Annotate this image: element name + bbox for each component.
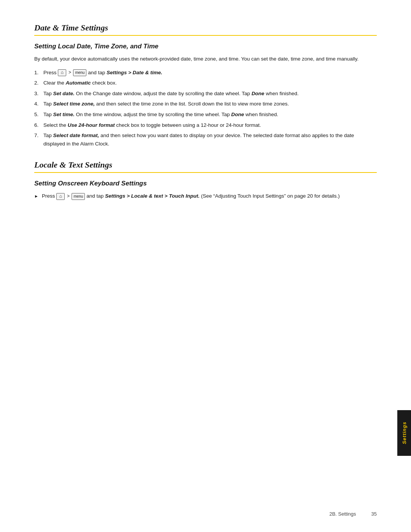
keyboard-bullet: ► Press ⌂ > menu and tap Settings > Loca… [34, 192, 377, 200]
step-3-setdate: Set date. [53, 91, 75, 96]
step-7: 7. Tap Select date format, and then sele… [34, 131, 377, 148]
subsection-date-time: Setting Local Date, Time Zone, and Time … [34, 43, 377, 148]
steps-list: 1. Press ⌂ > menu and tap Settings > Dat… [34, 69, 377, 148]
arrow-1: > [68, 70, 72, 75]
side-tab-label: Settings [401, 422, 407, 444]
home-key: ⌂ [58, 69, 66, 76]
footer: 2B. Settings 35 [0, 511, 411, 517]
step-1-and-tap: and tap [88, 70, 107, 75]
step-2: 2. Clear the Automatic check box. [34, 79, 377, 87]
step-5-content: Tap Set time. On the time window, adjust… [43, 110, 377, 119]
bullet-and-tap: and tap [86, 193, 105, 199]
subsection-title-keyboard: Setting Onscreen Keyboard Settings [34, 180, 377, 187]
step-6-content: Select the Use 24-hour format check box … [43, 121, 377, 129]
step-5: 5. Tap Set time. On the time window, adj… [34, 110, 377, 119]
step-1-content: Press ⌂ > menu and tap Settings > Date &… [43, 69, 377, 77]
step-1-press: Press [43, 70, 58, 75]
step-6: 6. Select the Use 24-hour format check b… [34, 121, 377, 129]
step-7-content: Tap Select date format, and then select … [43, 131, 377, 148]
page-content: Date & Time Settings Setting Local Date,… [0, 0, 411, 231]
step-4: 4. Tap Select time zone, and then select… [34, 100, 377, 108]
intro-text: By default, your device automatically us… [34, 55, 377, 63]
step-5-settime: Set time. [53, 112, 75, 117]
step-6-num: 6. [34, 121, 41, 129]
section-title-locale: Locale & Text Settings [34, 160, 377, 173]
menu-key-2: menu [72, 193, 85, 200]
bullet-press: Press [42, 193, 56, 199]
step-3-done: Done [252, 91, 264, 96]
arrow-2: > [67, 193, 71, 199]
home-key-2: ⌂ [56, 193, 65, 200]
step-4-content: Tap Select time zone, and then select th… [43, 100, 377, 108]
step-3: 3. Tap Set date. On the Change date wind… [34, 89, 377, 98]
bullet-triangle-icon: ► [34, 193, 39, 200]
footer-page: 35 [371, 511, 377, 517]
step-5-num: 5. [34, 110, 41, 119]
home-icon: ⌂ [61, 69, 64, 76]
section-locale-text: Locale & Text Settings Setting Onscreen … [34, 160, 377, 200]
bullet-path: Settings > Locale & text > Touch Input. [105, 193, 200, 199]
step-3-num: 3. [34, 89, 41, 98]
step-6-24hr: Use 24-hour format [68, 122, 115, 128]
footer-section: 2B. Settings [329, 511, 356, 517]
step-4-num: 4. [34, 100, 41, 108]
step-2-auto: Automatic [66, 80, 91, 86]
step-1-path: Settings > Date & time. [107, 70, 162, 75]
keyboard-bullet-content: Press ⌂ > menu and tap Settings > Locale… [42, 192, 377, 200]
section-title-date-time: Date & Time Settings [34, 23, 377, 36]
home-icon-2: ⌂ [59, 193, 62, 200]
menu-key-1: menu [73, 69, 86, 76]
step-7-num: 7. [34, 131, 41, 140]
step-1: 1. Press ⌂ > menu and tap Settings > Dat… [34, 69, 377, 77]
bullet-see: (See “Adjusting Touch Input Settings” on… [201, 193, 339, 199]
side-tab: Settings [397, 410, 411, 456]
section-date-time: Date & Time Settings Setting Local Date,… [34, 23, 377, 148]
step-7-dateformat: Select date format, [53, 133, 99, 138]
subsection-keyboard: Setting Onscreen Keyboard Settings ► Pre… [34, 180, 377, 200]
step-3-content: Tap Set date. On the Change date window,… [43, 89, 377, 98]
step-2-num: 2. [34, 79, 41, 87]
step-4-timezone: Select time zone, [53, 101, 95, 107]
subsection-title-date-time: Setting Local Date, Time Zone, and Time [34, 43, 377, 50]
step-2-content: Clear the Automatic check box. [43, 79, 377, 87]
step-5-done: Done [231, 112, 244, 117]
step-1-num: 1. [34, 69, 41, 77]
